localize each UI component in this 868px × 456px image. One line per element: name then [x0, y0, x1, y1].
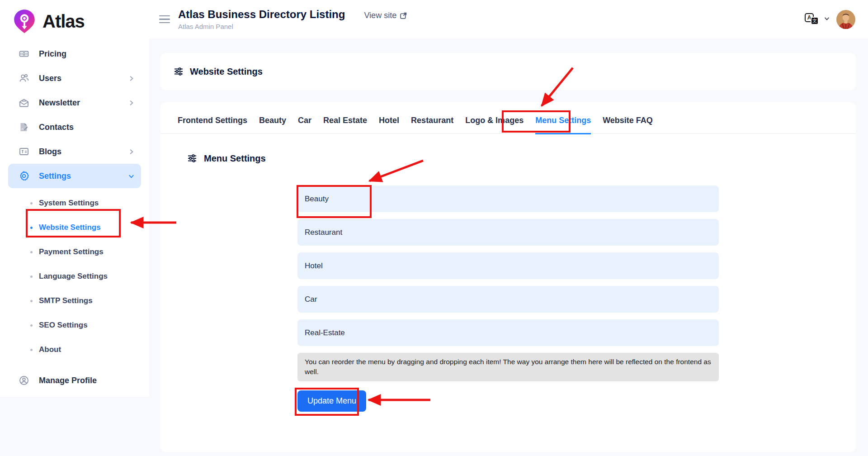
website-settings-card-body: Frontend Settings Beauty Car Real Estate…: [160, 102, 856, 452]
content: Website Settings Frontend Settings Beaut…: [149, 38, 868, 452]
document-pen-icon: [18, 121, 30, 133]
tab-hotel[interactable]: Hotel: [379, 116, 399, 134]
settings-tabs: Frontend Settings Beauty Car Real Estate…: [160, 102, 856, 134]
chevron-right-icon: [128, 75, 135, 82]
external-link-icon: [400, 12, 407, 19]
sidebar-subitem-label: About: [39, 345, 61, 354]
person-circle-icon: [18, 375, 30, 386]
brand-name: Atlas: [42, 11, 85, 32]
menu-item-row-car[interactable]: Car: [297, 286, 719, 313]
tab-restaurant[interactable]: Restaurant: [411, 116, 453, 134]
sidebar-item-manage-profile[interactable]: Manage Profile: [8, 368, 141, 393]
reorder-help-note: You can reorder the menu by dragging and…: [297, 353, 719, 381]
tab-real-estate[interactable]: Real Estate: [323, 116, 367, 134]
menu-settings-section-header: Menu Settings: [187, 153, 856, 164]
menu-item-row-restaurant[interactable]: Restaurant: [297, 219, 719, 246]
sidebar-item-label: Contacts: [39, 123, 74, 132]
users-icon: [18, 72, 30, 84]
sidebar-item-label: Users: [39, 74, 61, 83]
hamburger-menu-icon[interactable]: [159, 15, 170, 24]
sidebar-subitem-website-settings[interactable]: Website Settings: [8, 215, 141, 240]
sidebar-item-label: Manage Profile: [39, 376, 97, 385]
section-title: Menu Settings: [204, 153, 266, 164]
language-selector[interactable]: A 文: [805, 12, 830, 27]
sidebar-item-users[interactable]: Users: [8, 66, 141, 90]
chevron-right-icon: [128, 100, 135, 106]
bullet-icon: [30, 251, 33, 253]
brand-logo[interactable]: Atlas: [0, 0, 149, 35]
topbar: Atlas Business Directory Listing Atlas A…: [149, 0, 868, 38]
sidebar-item-blogs[interactable]: Blogs: [8, 139, 141, 164]
chevron-right-icon: [128, 148, 135, 155]
sidebar-subitem-about[interactable]: About: [8, 337, 141, 362]
sidebar-subitem-payment-settings[interactable]: Payment Settings: [8, 240, 141, 264]
sliders-icon: [173, 66, 184, 77]
sidebar-item-label: Newsletter: [39, 98, 80, 108]
page-title: Atlas Business Directory Listing: [178, 8, 345, 21]
settings-submenu: System Settings Website Settings Payment…: [8, 188, 141, 362]
tab-car[interactable]: Car: [298, 116, 311, 134]
sidebar-subitem-smtp-settings[interactable]: SMTP Settings: [8, 289, 141, 313]
view-site-link[interactable]: View site: [364, 11, 407, 20]
translate-icon-cjk: 文: [811, 17, 819, 25]
sidebar-subitem-label: Payment Settings: [39, 247, 104, 256]
sidebar-menu: Pricing Users Newsletter Cont: [0, 35, 149, 393]
tab-menu-settings[interactable]: Menu Settings: [535, 116, 591, 134]
menu-item-row-real-estate[interactable]: Real-Estate: [297, 319, 719, 346]
website-settings-card-header: Website Settings: [160, 53, 856, 90]
bullet-icon: [30, 300, 33, 302]
tab-logo-images[interactable]: Logo & Images: [465, 116, 524, 134]
page-heading: Atlas Business Directory Listing Atlas A…: [178, 8, 345, 30]
draggable-menu-list: Beauty Restaurant Hotel Car Real-Estate …: [297, 185, 719, 412]
sidebar-subitem-label: System Settings: [39, 199, 99, 208]
envelope-icon: [18, 97, 30, 109]
tab-beauty[interactable]: Beauty: [259, 116, 286, 134]
blog-card-icon: [18, 146, 30, 157]
gear-icon: [18, 170, 30, 182]
chevron-down-icon: [128, 173, 135, 180]
translate-icon: A 文: [805, 12, 820, 27]
view-site-label: View site: [364, 11, 396, 20]
atlas-pin-logo-icon: [12, 9, 37, 34]
sidebar-item-settings[interactable]: Settings: [8, 164, 141, 188]
sidebar-subitem-system-settings[interactable]: System Settings: [8, 191, 141, 215]
sidebar-subitem-label: SMTP Settings: [39, 296, 93, 305]
sidebar-subitem-language-settings[interactable]: Language Settings: [8, 264, 141, 289]
tab-website-faq[interactable]: Website FAQ: [603, 116, 653, 134]
bullet-icon: [30, 202, 33, 204]
sidebar-subitem-label: SEO Settings: [39, 321, 88, 330]
sidebar-item-label: Settings: [39, 171, 71, 181]
page-subtitle: Atlas Admin Panel: [178, 23, 345, 30]
sliders-icon: [187, 153, 198, 164]
sidebar-item-label: Blogs: [39, 147, 61, 157]
sidebar-item-newsletter[interactable]: Newsletter: [8, 90, 141, 115]
sidebar-subitem-label: Language Settings: [39, 272, 108, 281]
sidebar-subitem-seo-settings[interactable]: SEO Settings: [8, 313, 141, 337]
card-title: Website Settings: [190, 66, 263, 77]
topbar-right: A 文: [805, 10, 855, 29]
sidebar-item-pricing[interactable]: Pricing: [8, 42, 141, 66]
user-avatar[interactable]: [836, 10, 855, 29]
bullet-icon: [30, 324, 33, 327]
chevron-down-icon: [824, 15, 830, 24]
tab-frontend-settings[interactable]: Frontend Settings: [178, 116, 247, 134]
banknote-icon: [18, 48, 30, 60]
bullet-icon: [30, 349, 33, 351]
menu-item-row-hotel[interactable]: Hotel: [297, 252, 719, 279]
update-menu-button[interactable]: Update Menu: [297, 390, 366, 412]
bullet-icon: [30, 276, 33, 278]
main-area: Atlas Business Directory Listing Atlas A…: [149, 0, 868, 456]
app-root: Atlas Pricing Users Newsletter: [0, 0, 868, 456]
sidebar: Atlas Pricing Users Newsletter: [0, 0, 149, 397]
bullet-icon: [30, 227, 33, 229]
sidebar-subitem-label: Website Settings: [39, 223, 101, 232]
sidebar-item-label: Pricing: [39, 49, 66, 59]
sidebar-item-contacts[interactable]: Contacts: [8, 115, 141, 139]
menu-item-row-beauty[interactable]: Beauty: [297, 185, 719, 212]
